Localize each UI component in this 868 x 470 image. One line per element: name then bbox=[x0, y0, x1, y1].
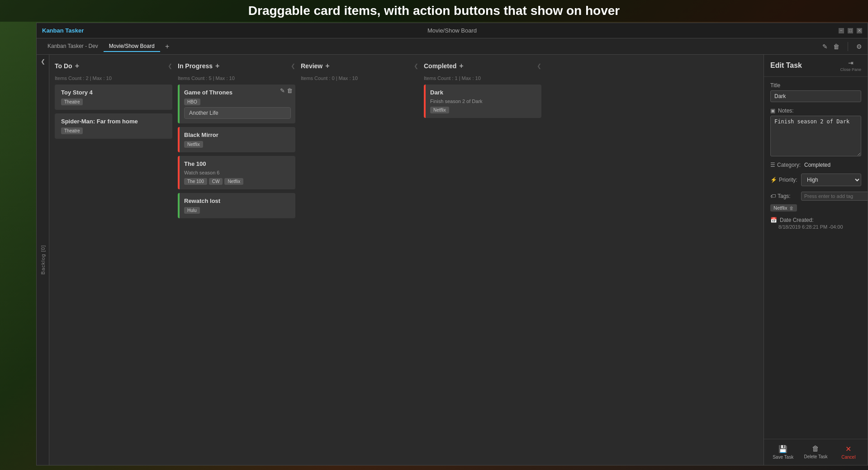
column-review-meta: Items Count : 0 | Max : 10 bbox=[301, 75, 418, 81]
card-rewatch-lost: Rewatch lost Hulu bbox=[178, 193, 295, 218]
date-created-row: 📅 Date Created: 8/18/2019 6:28:21 PM -04… bbox=[770, 217, 861, 230]
date-created-value: 8/18/2019 6:28:21 PM -04:00 bbox=[770, 224, 861, 230]
card-black-mirror: Black Mirror Netflix bbox=[178, 127, 295, 152]
notes-icon: ▣ bbox=[770, 108, 775, 114]
dropdown-option-another-life[interactable]: Another Life bbox=[185, 108, 290, 118]
title-field-label: Title bbox=[770, 82, 861, 89]
card-dark-tags: Netflix bbox=[430, 107, 537, 113]
column-todo-header: To Do + ❮ bbox=[55, 60, 172, 72]
tab-movie-show-board[interactable]: Movie/Show Board bbox=[104, 41, 160, 52]
tab-kanban-tasker-dev[interactable]: Kanban Tasker - Dev bbox=[42, 41, 104, 52]
column-completed-title: Completed + bbox=[424, 62, 464, 70]
tags-label: 🏷 Tags: bbox=[770, 193, 797, 199]
collapse-review-button[interactable]: ❮ bbox=[414, 63, 418, 69]
column-inprogress-meta: Items Count : 5 | Max : 10 bbox=[178, 75, 295, 81]
column-todo: To Do + ❮ Items Count : 2 | Max : 10 Toy… bbox=[55, 60, 172, 460]
notes-field-row: ▣ Notes: Finish season 2 of Dark bbox=[770, 108, 861, 156]
column-completed-meta: Items Count : 1 | Max : 10 bbox=[424, 75, 541, 81]
card-toy-story-tags: Theatre bbox=[61, 99, 168, 105]
column-review-title: Review + bbox=[301, 62, 330, 70]
tab-bar-actions: ✎ 🗑 ⚙ bbox=[822, 42, 862, 51]
card-toy-story: Toy Story 4 Theatre bbox=[55, 85, 172, 110]
calendar-icon: 📅 bbox=[770, 217, 777, 223]
backlog-toggle[interactable]: ❮ bbox=[41, 58, 45, 65]
got-dropdown: Another Life bbox=[184, 107, 291, 119]
close-pane-label: Close Pane bbox=[840, 67, 861, 72]
tags-icon: 🏷 bbox=[770, 193, 776, 199]
column-completed: Completed + ❮ Items Count : 1 | Max : 10… bbox=[424, 60, 541, 460]
tags-input[interactable] bbox=[801, 192, 868, 201]
settings-icon[interactable]: ⚙ bbox=[856, 43, 862, 50]
edit-panel-body: Title ▣ Notes: Finish season 2 of Dark ☰ bbox=[764, 77, 868, 439]
card-black-mirror-tags: Netflix bbox=[184, 141, 291, 148]
card-the-100-notes: Watch season 6 bbox=[184, 170, 291, 175]
tag-theatre: Theatre bbox=[61, 99, 83, 105]
cancel-label: Cancel bbox=[841, 455, 855, 460]
save-task-button[interactable]: 💾 Save Task bbox=[768, 443, 797, 461]
column-review-header: Review + ❮ bbox=[301, 60, 418, 72]
priority-label: ⚡ Priority: bbox=[770, 177, 797, 183]
category-field-row: ☰ Category: Completed bbox=[770, 162, 861, 168]
add-tab-button[interactable]: + bbox=[163, 42, 172, 51]
delete-task-button[interactable]: 🗑 Delete Task bbox=[801, 443, 830, 461]
delete-label: Delete Task bbox=[804, 454, 827, 459]
column-todo-cards: Toy Story 4 Theatre Spider-Man: Far from… bbox=[55, 85, 172, 139]
cancel-icon: ✕ bbox=[845, 445, 851, 453]
app-window: Kanban Tasker Movie/Show Board − □ ✕ Kan… bbox=[36, 23, 868, 465]
tag-netflix-bm: Netflix bbox=[184, 141, 203, 148]
notes-textarea[interactable]: Finish season 2 of Dark bbox=[770, 116, 861, 156]
card-dark-notes: Finish season 2 of Dark bbox=[430, 99, 537, 104]
add-inprogress-button[interactable]: + bbox=[215, 62, 219, 70]
tab-bar: Kanban Tasker - Dev Movie/Show Board + ✎… bbox=[37, 38, 868, 55]
collapse-todo-button[interactable]: ❮ bbox=[168, 63, 172, 69]
card-got-title: Game of Thrones bbox=[184, 89, 291, 96]
edit-panel-title: Edit Task bbox=[770, 61, 802, 70]
edit-panel-header: Edit Task ⇥ Close Pane bbox=[764, 55, 868, 77]
backlog-sidebar[interactable]: ❮ Backlog [0] bbox=[37, 55, 49, 465]
column-inprogress-title: In Progress + bbox=[178, 62, 219, 70]
card-the-100-title: The 100 bbox=[184, 160, 291, 167]
card-black-mirror-title: Black Mirror bbox=[184, 132, 291, 138]
cancel-button[interactable]: ✕ Cancel bbox=[834, 443, 863, 461]
trash-icon[interactable]: 🗑 bbox=[833, 43, 840, 50]
tag-netflix-dark: Netflix bbox=[430, 107, 449, 113]
add-completed-button[interactable]: + bbox=[459, 62, 463, 70]
card-got-actions: ✎ 🗑 bbox=[280, 87, 293, 94]
tags-field-row: 🏷 Tags: Netflix 🗑 bbox=[770, 192, 861, 212]
column-inprogress-cards: ✎ 🗑 Game of Thrones HBO Another Life bbox=[178, 85, 295, 218]
close-pane-icon[interactable]: ⇥ bbox=[848, 59, 854, 66]
window-controls: − □ ✕ bbox=[839, 28, 862, 33]
add-todo-button[interactable]: + bbox=[75, 62, 79, 70]
edit-icon[interactable]: ✎ bbox=[822, 43, 828, 50]
card-spiderman: Spider-Man: Far from home Theatre bbox=[55, 113, 172, 139]
delete-got-button[interactable]: 🗑 bbox=[287, 87, 293, 94]
collapse-completed-button[interactable]: ❮ bbox=[537, 63, 541, 69]
title-input[interactable] bbox=[770, 90, 861, 102]
tab-bar-divider bbox=[848, 42, 848, 51]
card-rewatch-lost-tags: Hulu bbox=[184, 207, 291, 214]
close-button[interactable]: ✕ bbox=[857, 28, 862, 33]
tag-netflix-item: Netflix 🗑 bbox=[770, 204, 797, 212]
priority-select[interactable]: Low Medium High Critical bbox=[801, 174, 861, 186]
add-review-button[interactable]: + bbox=[325, 62, 329, 70]
edit-panel: Edit Task ⇥ Close Pane Title ▣ bbox=[764, 55, 868, 465]
board-area: To Do + ❮ Items Count : 2 | Max : 10 Toy… bbox=[49, 55, 764, 465]
card-toy-story-title: Toy Story 4 bbox=[61, 89, 168, 96]
title-field-row: Title bbox=[770, 82, 861, 102]
column-completed-header: Completed + ❮ bbox=[424, 60, 541, 72]
card-got-tags: HBO bbox=[184, 99, 291, 105]
category-icon: ☰ bbox=[770, 162, 775, 168]
date-created-label: 📅 Date Created: bbox=[770, 217, 861, 223]
tag-hulu: Hulu bbox=[184, 207, 200, 214]
delete-netflix-tag-button[interactable]: 🗑 bbox=[789, 206, 794, 211]
priority-icon: ⚡ bbox=[770, 177, 777, 183]
backlog-label: Backlog [0] bbox=[40, 245, 46, 274]
maximize-button[interactable]: □ bbox=[848, 28, 853, 33]
edit-got-button[interactable]: ✎ bbox=[280, 87, 285, 94]
card-spiderman-tags: Theatre bbox=[61, 127, 168, 134]
minimize-button[interactable]: − bbox=[839, 28, 844, 33]
card-spiderman-title: Spider-Man: Far from home bbox=[61, 118, 168, 125]
priority-field-row: ⚡ Priority: Low Medium High Critical bbox=[770, 174, 861, 186]
collapse-inprogress-button[interactable]: ❮ bbox=[291, 63, 295, 69]
column-todo-title: To Do + bbox=[55, 62, 79, 70]
